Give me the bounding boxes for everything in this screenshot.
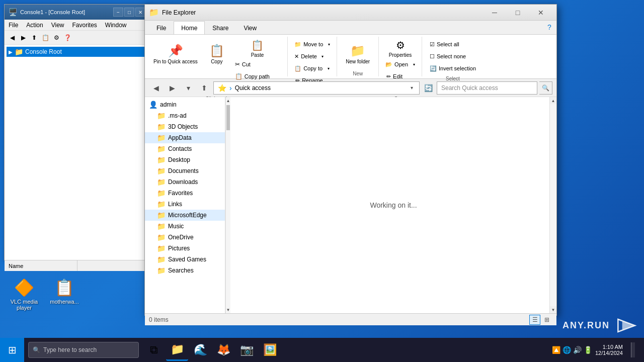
paste-button[interactable]: 📋 Paste (231, 39, 283, 58)
refresh-button[interactable]: 🔄 (422, 81, 435, 95)
large-icons-view-button[interactable]: ⊞ (541, 315, 552, 325)
pin-to-quick-button[interactable]: 📌 Pin to Quick access (149, 39, 202, 69)
content-scrollbar[interactable]: ▲ ▼ (549, 97, 556, 313)
taskbar-photos[interactable]: 🖼️ (259, 339, 281, 361)
edit-button[interactable]: ✏ Edit (383, 71, 418, 82)
taskbar-clock[interactable]: 1:10 AM 12/14/2024 (595, 344, 623, 356)
taskbar-camera[interactable]: 📷 (235, 339, 258, 361)
open-button[interactable]: 📂 Open (383, 59, 411, 70)
select-none-button[interactable]: ☐ Select none (426, 51, 479, 62)
close-button[interactable]: ✕ (529, 5, 552, 21)
mmc-show-hide-button[interactable]: 📋 (40, 32, 51, 43)
contacts-label: Contacts (168, 145, 192, 152)
mmc-tree-console-root[interactable]: ▶ 📁 Console Root (7, 47, 147, 57)
recent-button[interactable]: ▾ (181, 81, 195, 95)
show-desktop-button[interactable] (626, 338, 640, 362)
links-icon: 📁 (157, 200, 165, 208)
address-bar[interactable]: ⭐ › Quick access ▾ (213, 81, 420, 95)
mmc-close-button[interactable]: ✕ (135, 8, 145, 17)
tray-up-arrow-icon[interactable]: 🔼 (552, 346, 560, 354)
mmc-properties-button[interactable]: ⚙ (51, 32, 62, 43)
nav-scrollbar[interactable]: ▲ ▼ (225, 97, 230, 313)
start-button[interactable]: ⊞ (0, 338, 24, 362)
select-all-button[interactable]: ☑ Select all (426, 39, 479, 50)
vlc-icon: 🔶 (14, 278, 34, 298)
invert-selection-button[interactable]: 🔄 Invert selection (426, 63, 479, 74)
tab-file[interactable]: File (149, 21, 174, 34)
maximize-button[interactable]: □ (506, 5, 529, 21)
nav-item-3d-objects[interactable]: 📁 3D Objects (145, 121, 225, 132)
content-scroll-down[interactable]: ▼ (550, 306, 556, 313)
nav-item-music[interactable]: 📁 Music (145, 221, 225, 232)
mmc-up-button[interactable]: ⬆ (29, 32, 40, 43)
nav-item-microsoftedge[interactable]: 📁 MicrosoftEdge (145, 210, 225, 221)
network-icon[interactable]: 🌐 (562, 346, 571, 354)
nav-item-ms-ad[interactable]: 📁 .ms-ad (145, 110, 225, 121)
nav-item-favorites[interactable]: 📁 Favorites (145, 188, 225, 199)
mmc-menu-file[interactable]: File (5, 20, 22, 30)
nav-item-searches[interactable]: 📁 Searches (145, 265, 225, 276)
mmc-help-button[interactable]: ❓ (62, 32, 73, 43)
mmc-back-button[interactable]: ◀ (7, 32, 18, 43)
minimize-button[interactable]: ─ (483, 5, 506, 21)
delete-button[interactable]: ✕ Delete (292, 51, 319, 62)
move-to-dropdown[interactable]: ▾ (326, 39, 333, 50)
battery-icon[interactable]: 🔋 (584, 346, 592, 354)
address-dropdown[interactable]: ▾ (409, 85, 415, 90)
cut-button[interactable]: ✂ Cut (231, 59, 283, 70)
open-dropdown[interactable]: ▾ (411, 59, 418, 70)
help-button[interactable]: ? (542, 20, 556, 34)
mmc-menu-view[interactable]: View (47, 20, 68, 30)
details-view-button[interactable]: ☰ (529, 315, 540, 325)
nav-item-links[interactable]: 📁 Links (145, 199, 225, 210)
search-bar[interactable]: Search Quick access (437, 81, 537, 95)
delete-dropdown[interactable]: ▾ (319, 51, 327, 62)
task-view-button[interactable]: ⧉ (143, 339, 165, 361)
mmc-maximize-button[interactable]: □ (124, 8, 134, 17)
copy-path-button[interactable]: 📋 Copy path (231, 71, 283, 82)
nav-item-onedrive[interactable]: 📁 OneDrive (145, 232, 225, 243)
nav-item-pictures[interactable]: 📁 Pictures (145, 243, 225, 254)
copy-icon: 📋 (209, 44, 224, 58)
nav-item-documents[interactable]: 📁 Documents (145, 165, 225, 176)
copy-button[interactable]: 📋 Copy (204, 39, 229, 69)
tab-share[interactable]: Share (205, 21, 236, 34)
nav-item-downloads[interactable]: 📁 Downloads (145, 176, 225, 188)
nav-scroll-down[interactable]: ▼ (226, 306, 230, 313)
back-button[interactable]: ◀ (149, 81, 163, 95)
desktop-icon-vlc[interactable]: 🔶 VLC media player (4, 276, 44, 313)
open-label: Open (394, 61, 408, 67)
desktop-icon-motherboard[interactable]: 📋 motherwa... (44, 276, 85, 307)
new-folder-button[interactable]: 📁 New folder (341, 39, 374, 69)
nav-scroll-up[interactable]: ▲ (226, 97, 230, 104)
tab-home[interactable]: Home (174, 21, 205, 34)
mmc-menu-favorites[interactable]: Favorites (68, 20, 101, 30)
move-to-button[interactable]: 📁 Move to (292, 39, 326, 50)
forward-button[interactable]: ▶ (165, 81, 179, 95)
taskbar-edge[interactable]: 🌊 (189, 339, 211, 361)
mmc-forward-button[interactable]: ▶ (18, 32, 29, 43)
tab-view[interactable]: View (236, 21, 264, 34)
taskbar-search[interactable]: 🔍 Type here to search (28, 342, 139, 358)
nav-scroll-track[interactable] (226, 104, 230, 306)
taskbar-firefox[interactable]: 🦊 (212, 339, 234, 361)
mmc-menu-action[interactable]: Action (22, 20, 47, 30)
nav-item-admin[interactable]: 👤 admin (145, 99, 225, 110)
content-scroll-up[interactable]: ▲ (550, 97, 556, 104)
nav-item-saved-games[interactable]: 📁 Saved Games (145, 254, 225, 265)
nav-item-desktop[interactable]: 📁 Desktop (145, 154, 225, 165)
nav-item-contacts[interactable]: 📁 Contacts (145, 143, 225, 154)
mmc-minimize-button[interactable]: − (113, 8, 123, 17)
content-scroll-track[interactable] (550, 104, 556, 306)
search-button[interactable]: 🔍 (539, 81, 552, 95)
mmc-menu-window[interactable]: Window (101, 20, 131, 30)
copy-to-button[interactable]: 📋 Copy to (292, 63, 325, 74)
properties-button[interactable]: ⚙ Properties (383, 39, 418, 58)
copy-to-dropdown[interactable]: ▾ (325, 63, 332, 74)
nav-scroll-thumb[interactable] (226, 105, 230, 130)
tray-icons: 🔼 🌐 🔊 🔋 (552, 346, 592, 354)
volume-icon[interactable]: 🔊 (573, 346, 582, 354)
nav-item-appdata[interactable]: 📁 AppData (145, 132, 225, 143)
taskbar-file-explorer[interactable]: 📁 (166, 339, 188, 361)
up-button[interactable]: ⬆ (197, 81, 211, 95)
